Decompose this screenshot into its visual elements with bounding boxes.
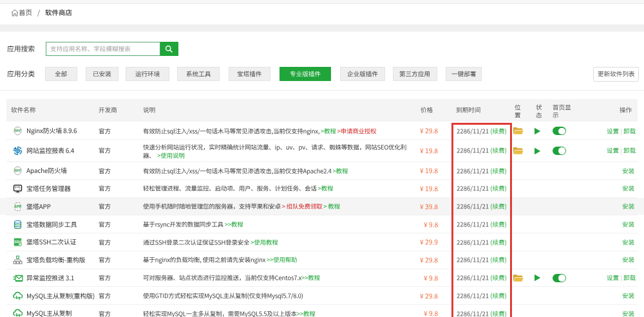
svg-text:WAF: WAF — [14, 170, 21, 173]
svg-text:APP: APP — [14, 204, 21, 208]
svg-text:WAF: WAF — [14, 130, 21, 133]
